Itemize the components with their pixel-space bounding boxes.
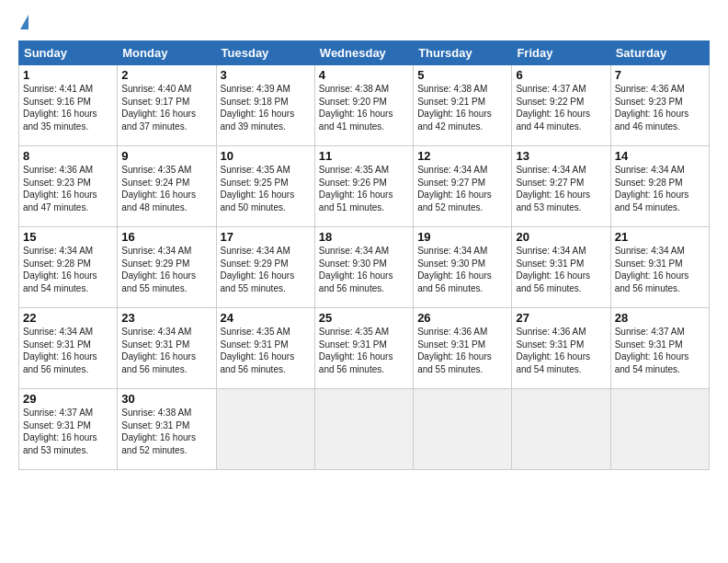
- day-of-week-header: Wednesday: [314, 41, 413, 65]
- calendar-cell: 9Sunrise: 4:35 AM Sunset: 9:24 PM Daylig…: [118, 146, 216, 227]
- day-info: Sunrise: 4:34 AM Sunset: 9:29 PM Dayligh…: [221, 245, 311, 294]
- day-number: 17: [221, 230, 311, 244]
- day-number: 21: [615, 230, 705, 244]
- calendar-cell: 3Sunrise: 4:39 AM Sunset: 9:18 PM Daylig…: [216, 65, 314, 146]
- calendar-cell: 20Sunrise: 4:34 AM Sunset: 9:31 PM Dayli…: [512, 227, 610, 308]
- day-info: Sunrise: 4:37 AM Sunset: 9:22 PM Dayligh…: [516, 83, 606, 132]
- day-info: Sunrise: 4:34 AM Sunset: 9:31 PM Dayligh…: [516, 245, 606, 294]
- day-info: Sunrise: 4:36 AM Sunset: 9:23 PM Dayligh…: [615, 83, 705, 132]
- day-info: Sunrise: 4:34 AM Sunset: 9:31 PM Dayligh…: [121, 326, 211, 375]
- calendar-cell: 2Sunrise: 4:40 AM Sunset: 9:17 PM Daylig…: [118, 65, 216, 146]
- day-info: Sunrise: 4:37 AM Sunset: 9:31 PM Dayligh…: [23, 407, 113, 456]
- calendar-cell: 19Sunrise: 4:34 AM Sunset: 9:30 PM Dayli…: [414, 227, 512, 308]
- calendar-cell: 10Sunrise: 4:35 AM Sunset: 9:25 PM Dayli…: [216, 146, 314, 227]
- day-info: Sunrise: 4:34 AM Sunset: 9:28 PM Dayligh…: [23, 245, 113, 294]
- calendar-cell: 22Sunrise: 4:34 AM Sunset: 9:31 PM Dayli…: [19, 308, 118, 389]
- day-number: 15: [23, 230, 113, 244]
- day-number: 11: [319, 149, 409, 163]
- day-info: Sunrise: 4:34 AM Sunset: 9:27 PM Dayligh…: [516, 164, 606, 213]
- day-info: Sunrise: 4:34 AM Sunset: 9:31 PM Dayligh…: [23, 326, 113, 375]
- calendar-week-row: 15Sunrise: 4:34 AM Sunset: 9:28 PM Dayli…: [19, 227, 710, 308]
- day-of-week-header: Friday: [512, 41, 610, 65]
- day-number: 20: [516, 230, 606, 244]
- calendar-cell: 1Sunrise: 4:41 AM Sunset: 9:16 PM Daylig…: [19, 65, 118, 146]
- day-info: Sunrise: 4:34 AM Sunset: 9:30 PM Dayligh…: [319, 245, 409, 294]
- day-number: 3: [221, 68, 311, 82]
- logo: [18, 17, 28, 31]
- calendar-cell: 27Sunrise: 4:36 AM Sunset: 9:31 PM Dayli…: [512, 308, 610, 389]
- calendar-cell: 21Sunrise: 4:34 AM Sunset: 9:31 PM Dayli…: [610, 227, 709, 308]
- day-info: Sunrise: 4:34 AM Sunset: 9:31 PM Dayligh…: [615, 245, 705, 294]
- day-number: 24: [221, 311, 311, 325]
- calendar-cell: 4Sunrise: 4:38 AM Sunset: 9:20 PM Daylig…: [314, 65, 413, 146]
- calendar-cell: 7Sunrise: 4:36 AM Sunset: 9:23 PM Daylig…: [610, 65, 709, 146]
- day-info: Sunrise: 4:35 AM Sunset: 9:26 PM Dayligh…: [319, 164, 409, 213]
- calendar-cell: 15Sunrise: 4:34 AM Sunset: 9:28 PM Dayli…: [19, 227, 118, 308]
- calendar-cell: 11Sunrise: 4:35 AM Sunset: 9:26 PM Dayli…: [314, 146, 413, 227]
- calendar-cell: 14Sunrise: 4:34 AM Sunset: 9:28 PM Dayli…: [610, 146, 709, 227]
- day-number: 1: [23, 68, 113, 82]
- day-info: Sunrise: 4:34 AM Sunset: 9:29 PM Dayligh…: [121, 245, 211, 294]
- day-number: 19: [417, 230, 507, 244]
- day-info: Sunrise: 4:38 AM Sunset: 9:20 PM Dayligh…: [319, 83, 409, 132]
- calendar-cell: 16Sunrise: 4:34 AM Sunset: 9:29 PM Dayli…: [118, 227, 216, 308]
- day-number: 27: [516, 311, 606, 325]
- day-number: 22: [23, 311, 113, 325]
- calendar-cell: 28Sunrise: 4:37 AM Sunset: 9:31 PM Dayli…: [610, 308, 709, 389]
- day-info: Sunrise: 4:40 AM Sunset: 9:17 PM Dayligh…: [121, 83, 211, 132]
- day-number: 25: [319, 311, 409, 325]
- day-info: Sunrise: 4:41 AM Sunset: 9:16 PM Dayligh…: [23, 83, 113, 132]
- calendar-cell: 18Sunrise: 4:34 AM Sunset: 9:30 PM Dayli…: [314, 227, 413, 308]
- calendar-cell: 29Sunrise: 4:37 AM Sunset: 9:31 PM Dayli…: [19, 389, 118, 470]
- day-of-week-header: Saturday: [610, 41, 709, 65]
- day-info: Sunrise: 4:36 AM Sunset: 9:23 PM Dayligh…: [23, 164, 113, 213]
- calendar-week-row: 29Sunrise: 4:37 AM Sunset: 9:31 PM Dayli…: [19, 389, 710, 470]
- day-info: Sunrise: 4:35 AM Sunset: 9:31 PM Dayligh…: [221, 326, 311, 375]
- day-info: Sunrise: 4:38 AM Sunset: 9:21 PM Dayligh…: [417, 83, 507, 132]
- day-number: 12: [417, 149, 507, 163]
- day-number: 8: [23, 149, 113, 163]
- day-of-week-header: Sunday: [19, 41, 118, 65]
- calendar-cell: 23Sunrise: 4:34 AM Sunset: 9:31 PM Dayli…: [118, 308, 216, 389]
- day-of-week-header: Monday: [118, 41, 216, 65]
- day-number: 26: [417, 311, 507, 325]
- calendar-week-row: 22Sunrise: 4:34 AM Sunset: 9:31 PM Dayli…: [19, 308, 710, 389]
- day-number: 9: [121, 149, 211, 163]
- calendar-cell: 12Sunrise: 4:34 AM Sunset: 9:27 PM Dayli…: [414, 146, 512, 227]
- day-number: 14: [615, 149, 705, 163]
- day-info: Sunrise: 4:37 AM Sunset: 9:31 PM Dayligh…: [615, 326, 705, 375]
- calendar-cell: [314, 389, 413, 470]
- day-number: 23: [121, 311, 211, 325]
- day-number: 13: [516, 149, 606, 163]
- page: SundayMondayTuesdayWednesdayThursdayFrid…: [0, 0, 728, 563]
- day-info: Sunrise: 4:36 AM Sunset: 9:31 PM Dayligh…: [417, 326, 507, 375]
- calendar-table: SundayMondayTuesdayWednesdayThursdayFrid…: [18, 40, 710, 470]
- calendar-cell: 5Sunrise: 4:38 AM Sunset: 9:21 PM Daylig…: [414, 65, 512, 146]
- calendar-cell: 24Sunrise: 4:35 AM Sunset: 9:31 PM Dayli…: [216, 308, 314, 389]
- day-of-week-header: Thursday: [414, 41, 512, 65]
- day-number: 4: [319, 68, 409, 82]
- calendar-cell: 17Sunrise: 4:34 AM Sunset: 9:29 PM Dayli…: [216, 227, 314, 308]
- logo-triangle-icon: [20, 15, 28, 29]
- day-number: 29: [23, 392, 113, 406]
- day-number: 7: [615, 68, 705, 82]
- day-number: 16: [121, 230, 211, 244]
- day-number: 10: [221, 149, 311, 163]
- calendar-cell: [216, 389, 314, 470]
- day-number: 5: [417, 68, 507, 82]
- calendar-cell: 30Sunrise: 4:38 AM Sunset: 9:31 PM Dayli…: [118, 389, 216, 470]
- day-info: Sunrise: 4:39 AM Sunset: 9:18 PM Dayligh…: [221, 83, 311, 132]
- calendar-cell: 6Sunrise: 4:37 AM Sunset: 9:22 PM Daylig…: [512, 65, 610, 146]
- day-info: Sunrise: 4:38 AM Sunset: 9:31 PM Dayligh…: [121, 407, 211, 456]
- day-info: Sunrise: 4:34 AM Sunset: 9:28 PM Dayligh…: [615, 164, 705, 213]
- day-number: 30: [121, 392, 211, 406]
- calendar-cell: [414, 389, 512, 470]
- calendar-cell: [512, 389, 610, 470]
- day-number: 28: [615, 311, 705, 325]
- calendar-header-row: SundayMondayTuesdayWednesdayThursdayFrid…: [19, 41, 710, 65]
- day-info: Sunrise: 4:34 AM Sunset: 9:27 PM Dayligh…: [417, 164, 507, 213]
- day-info: Sunrise: 4:34 AM Sunset: 9:30 PM Dayligh…: [417, 245, 507, 294]
- day-number: 18: [319, 230, 409, 244]
- calendar-cell: 26Sunrise: 4:36 AM Sunset: 9:31 PM Dayli…: [414, 308, 512, 389]
- day-info: Sunrise: 4:36 AM Sunset: 9:31 PM Dayligh…: [516, 326, 606, 375]
